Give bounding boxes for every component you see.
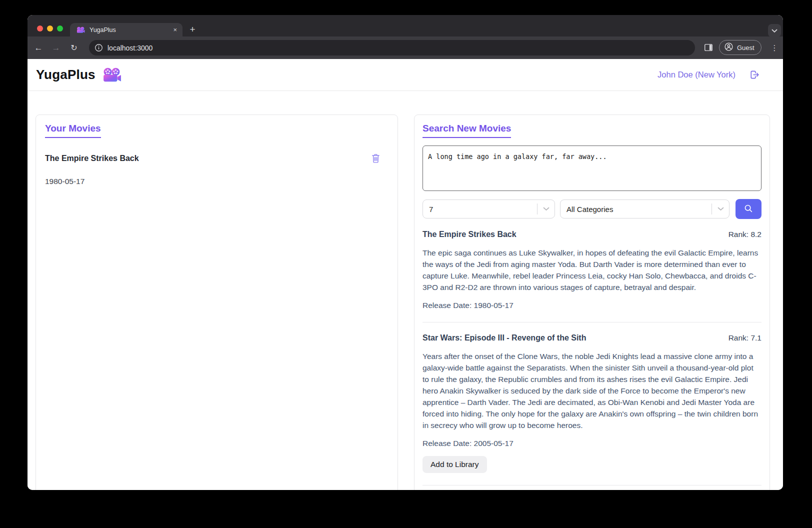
search-button[interactable] xyxy=(736,199,762,219)
tab-close-icon[interactable]: × xyxy=(173,26,177,34)
tab-title: YugaPlus xyxy=(90,26,173,34)
new-tab-button[interactable]: + xyxy=(186,24,198,36)
browser-window: YugaPlus × + ← → ↻ localhost:3000 xyxy=(28,15,783,490)
chevron-down-icon xyxy=(712,207,729,211)
library-movie-date: 1980-05-17 xyxy=(45,177,388,186)
your-movies-heading: Your Movies xyxy=(45,123,101,138)
search-icon xyxy=(744,204,754,215)
result-release-date: Release Date: 2005-05-17 xyxy=(422,439,762,448)
app-header: YugaPlus John Doe (New York) xyxy=(28,59,783,91)
reload-button[interactable]: ↻ xyxy=(67,41,81,55)
app-title: YugaPlus xyxy=(36,67,96,82)
tab-favicon-camera-icon xyxy=(76,26,85,34)
result-description: Years after the onset of the Clone Wars,… xyxy=(422,350,762,431)
browser-menu-icon[interactable]: ⋮ xyxy=(770,41,780,55)
chevron-down-icon xyxy=(772,26,778,35)
url-text: localhost:3000 xyxy=(108,44,152,52)
result-divider xyxy=(422,485,762,486)
site-info-icon[interactable] xyxy=(94,44,103,52)
movie-camera-icon xyxy=(102,68,122,82)
category-value: All Categories xyxy=(560,205,712,214)
result-description: The epic saga continues as Luke Skywalke… xyxy=(422,247,762,293)
profile-avatar-icon xyxy=(724,42,734,54)
result-rank: Rank: 7.1 xyxy=(728,334,762,342)
forward-button[interactable]: → xyxy=(49,41,63,55)
result-rank: Rank: 8.2 xyxy=(728,230,762,239)
search-result: Star Wars: Episode III - Revenge of the … xyxy=(422,334,762,473)
add-to-library-button[interactable]: Add to Library xyxy=(422,456,487,473)
back-button[interactable]: ← xyxy=(32,41,46,55)
search-panel: Search New Movies A long time ago in a g… xyxy=(414,114,770,490)
category-select[interactable]: All Categories xyxy=(560,200,730,218)
user-name-label: John Doe (New York) xyxy=(658,70,736,80)
profile-button[interactable]: Guest xyxy=(719,40,762,55)
delete-movie-trash-icon[interactable] xyxy=(371,153,380,164)
result-title: Star Wars: Episode III - Revenge of the … xyxy=(422,334,586,342)
search-result: The Empire Strikes Back Rank: 8.2 The ep… xyxy=(422,230,762,310)
guest-label: Guest xyxy=(737,44,754,52)
your-movies-panel: Your Movies The Empire Strikes Back 1980… xyxy=(36,114,398,490)
page-content: YugaPlus John Doe (New York) xyxy=(28,59,783,490)
library-movie-title: The Empire Strikes Back xyxy=(45,154,139,163)
address-bar[interactable]: localhost:3000 xyxy=(89,40,695,56)
result-title: The Empire Strikes Back xyxy=(422,230,516,239)
search-controls: 7 All Categories xyxy=(422,199,762,219)
tab-search-button[interactable] xyxy=(768,24,781,37)
close-window-button[interactable] xyxy=(37,26,43,32)
logout-icon[interactable] xyxy=(748,69,760,80)
library-movie-row: The Empire Strikes Back xyxy=(45,153,388,164)
side-panel-icon[interactable] xyxy=(704,42,714,52)
browser-tab[interactable]: YugaPlus × xyxy=(70,23,182,36)
search-heading: Search New Movies xyxy=(422,123,511,138)
browser-toolbar: ← → ↻ localhost:3000 xyxy=(28,36,783,59)
search-query-textarea[interactable]: A long time ago in a galaxy far, far awa… xyxy=(422,146,762,191)
result-count-select[interactable]: 7 xyxy=(422,200,555,218)
zoom-window-button[interactable] xyxy=(57,26,63,32)
result-divider xyxy=(422,322,762,322)
chevron-down-icon xyxy=(538,207,554,211)
minimize-window-button[interactable] xyxy=(47,26,53,32)
tab-strip: YugaPlus × + xyxy=(28,15,783,36)
result-count-value: 7 xyxy=(423,205,537,214)
result-release-date: Release Date: 1980-05-17 xyxy=(422,301,762,310)
